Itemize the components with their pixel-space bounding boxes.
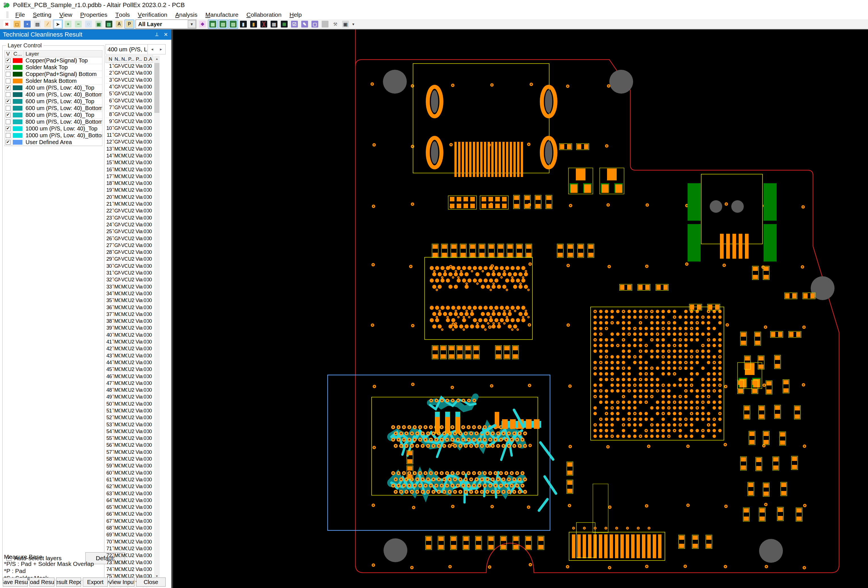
layer-visible-cell[interactable] — [4, 71, 12, 77]
result-row[interactable]: 19TMCMCU2Via000 — [106, 187, 153, 194]
layer-checkbox[interactable] — [6, 133, 10, 138]
result-row[interactable]: 61TMCMCU2Via000 — [106, 477, 153, 483]
layer-checkbox[interactable] — [6, 72, 10, 77]
layer-row[interactable]: ✔400 um (P/S, Low: 40)_Top — [4, 84, 102, 91]
result-row[interactable]: 15TMCMCU2Via000 — [106, 160, 153, 166]
result-row[interactable]: 28TGNVCU2Via000 — [106, 249, 153, 256]
result-row[interactable]: 72TMCMCU2Via000 — [106, 552, 153, 559]
result-row[interactable]: 7TGNVCU2Via000 — [106, 104, 153, 111]
layer-checkbox[interactable] — [6, 92, 10, 97]
result-row[interactable]: 30TGNVCU2Via000 — [106, 263, 153, 270]
layer-visible-cell[interactable]: ✔ — [4, 112, 12, 118]
save-icon[interactable]: ▪ — [22, 19, 32, 29]
layer-checkbox[interactable]: ✔ — [6, 86, 10, 90]
result-row[interactable]: 49TMCMCU2Via000 — [106, 394, 153, 400]
result-row[interactable]: 17TMCMCU2Via000 — [106, 173, 153, 180]
close-icon[interactable]: ✕ — [164, 31, 168, 38]
all-layer-select[interactable]: All Layer▼ — [136, 19, 196, 29]
result-row[interactable]: 6TGNVCU2Via000 — [106, 97, 153, 104]
result-row[interactable]: 63TMCMCU2Via000 — [106, 490, 153, 497]
layer-checkbox[interactable]: ✔ — [6, 112, 10, 117]
layer-visible-cell[interactable] — [4, 91, 12, 98]
save-result-button[interactable]: Save Result — [3, 578, 28, 587]
pcb-canvas[interactable] — [175, 30, 868, 588]
options-tools-icon[interactable]: ⚒ — [331, 19, 340, 29]
board-top-icon[interactable]: ▦ — [208, 19, 218, 29]
result-row[interactable]: 64TMCMCU2Via000 — [106, 497, 153, 504]
result-row[interactable]: 70TMCMCU2Via000 — [106, 538, 153, 545]
layer-visible-cell[interactable]: ✔ — [4, 84, 12, 91]
layer-checkbox[interactable]: ✔ — [6, 126, 10, 131]
result-row[interactable]: 35TMCMCU2Via000 — [106, 297, 153, 304]
layer-row[interactable]: ✔User Defined Area — [4, 139, 102, 146]
layer-checkbox[interactable] — [6, 106, 10, 111]
result-row[interactable]: 33TMCMCU2Via000 — [106, 284, 153, 291]
result-report-button[interactable]: Result Report — [56, 578, 81, 587]
layer-visible-cell[interactable] — [4, 78, 12, 84]
result-row[interactable]: 9TGNVCU2Via000 — [106, 118, 153, 125]
result-row[interactable]: 69TMCMCU2Via000 — [106, 532, 153, 538]
result-row[interactable]: 11TGNVCU2Via000 — [106, 132, 153, 139]
menu-item-manufacture[interactable]: Manufacture — [201, 10, 242, 19]
result-row[interactable]: 48TMCMCU2Via000 — [106, 387, 153, 394]
menu-item-file[interactable]: File — [11, 10, 29, 19]
layer-row[interactable]: ✔600 um (P/S, Low: 40)_Top — [4, 98, 102, 105]
layer-checkbox[interactable] — [6, 120, 10, 124]
menu-item-analysis[interactable]: Analysis — [171, 10, 201, 19]
result-row[interactable]: 31TGNVCU2Via000 — [106, 270, 153, 276]
result-row[interactable]: 62TMCMCU2Via000 — [106, 483, 153, 490]
result-row[interactable]: 37TMCMCU2Via000 — [106, 311, 153, 318]
board-side-icon[interactable]: ▨ — [228, 19, 238, 29]
result-row[interactable]: 68TMCMCU2Via000 — [106, 525, 153, 532]
menu-item-help[interactable]: Help — [285, 10, 306, 19]
layer-row[interactable]: 400 um (P/S, Low: 40)_Bottom — [4, 91, 102, 98]
layer-row[interactable]: 1000 um (P/S, Low: 40)_Bottom — [4, 132, 102, 139]
component-top-icon[interactable]: ▮ — [239, 19, 248, 29]
layer-visible-cell[interactable]: ✔ — [4, 64, 12, 71]
result-row[interactable]: 42TMCMCU2Via000 — [106, 346, 153, 352]
menu-item-setting[interactable]: Setting — [29, 10, 55, 19]
result-row[interactable]: 27TGNVCU2Via000 — [106, 242, 153, 249]
layer-list-p-icon[interactable]: P — [124, 19, 134, 29]
pin-icon[interactable]: ⟂ — [155, 31, 159, 38]
result-row[interactable]: 25TGNVCU2Via000 — [106, 228, 153, 235]
blank-icon[interactable] — [320, 19, 330, 29]
result-row[interactable]: 22TGNVCU2Via000 — [106, 208, 153, 214]
layer-checkbox[interactable]: ✔ — [6, 140, 10, 145]
layer-checkbox[interactable] — [6, 78, 10, 83]
layer-visible-cell[interactable] — [4, 105, 12, 111]
menu-item-tools[interactable]: Tools — [111, 10, 134, 19]
result-row[interactable]: 46TMCMCU2Via000 — [106, 373, 153, 380]
color-setup-icon[interactable]: ❖ — [198, 19, 207, 29]
result-row[interactable]: 43TMCMCU2Via000 — [106, 352, 153, 359]
result-row[interactable]: 4TGNVCU2Via000 — [106, 84, 153, 90]
result-row[interactable]: 52TMCMCU2Via000 — [106, 414, 153, 421]
select-cursor-icon[interactable]: ➤ — [53, 19, 63, 29]
menu-item-properties[interactable]: Properties — [76, 10, 111, 19]
result-row[interactable]: 24TGNVCU2Via000 — [106, 222, 153, 228]
layer-row[interactable]: ✔Copper(Pad+Signal) Top — [4, 57, 102, 64]
check-report-icon[interactable]: ▢ — [310, 19, 320, 29]
measure-icon[interactable]: ∕ — [43, 19, 53, 29]
result-row[interactable]: 38TMCMCU2Via000 — [106, 318, 153, 325]
layer-row[interactable]: ✔800 um (P/S, Low: 40)_Top — [4, 112, 102, 118]
spin-right-icon[interactable]: ► — [156, 44, 165, 54]
load-result-button[interactable]: Load Result — [30, 578, 55, 587]
result-row[interactable]: 71TMCMCU2Via000 — [106, 545, 153, 552]
result-row[interactable]: 77TMCMCU2Via000 — [106, 587, 153, 588]
menu-item-verification[interactable]: Verification — [134, 10, 171, 19]
result-row[interactable]: 54TMCMCU2Via000 — [106, 428, 153, 435]
zoom-fit-icon[interactable]: ▣ — [94, 19, 103, 29]
view-input-button[interactable]: View Input — [109, 578, 134, 587]
layer-visible-cell[interactable]: ✔ — [4, 98, 12, 105]
layer-row[interactable]: 800 um (P/S, Low: 40)_Bottom — [4, 118, 102, 126]
result-row[interactable]: 34TMCMCU2Via000 — [106, 291, 153, 297]
check-edit-icon[interactable]: ✎ — [300, 19, 310, 29]
layer-visible-cell[interactable]: ✔ — [4, 139, 12, 146]
result-row[interactable]: 1TGNVCU2Via000 — [106, 63, 153, 70]
net-view-icon[interactable]: ╳ — [259, 19, 269, 29]
scroll-up-icon[interactable]: ▲ — [154, 56, 160, 62]
toolbar-overflow-icon[interactable]: ▾ — [352, 22, 354, 27]
layer-list-a-icon[interactable]: A — [114, 19, 124, 29]
layer-visible-cell[interactable]: ✔ — [4, 57, 12, 64]
